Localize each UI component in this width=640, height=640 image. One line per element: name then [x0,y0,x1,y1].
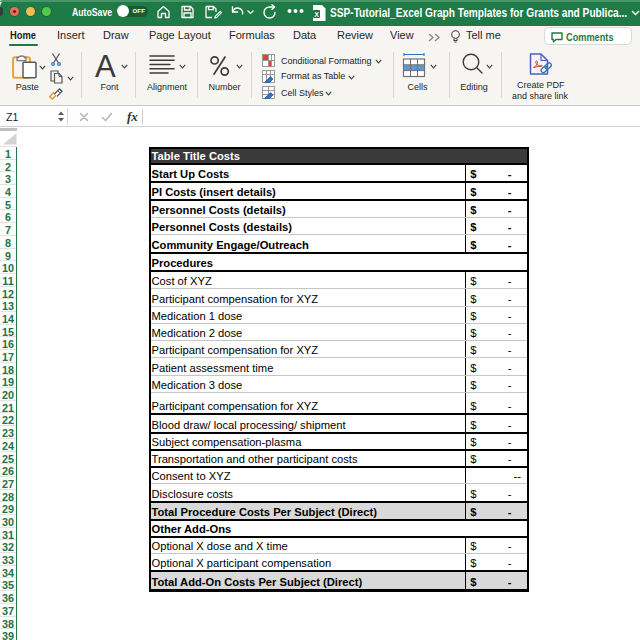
svg-text:X: X [314,11,319,18]
